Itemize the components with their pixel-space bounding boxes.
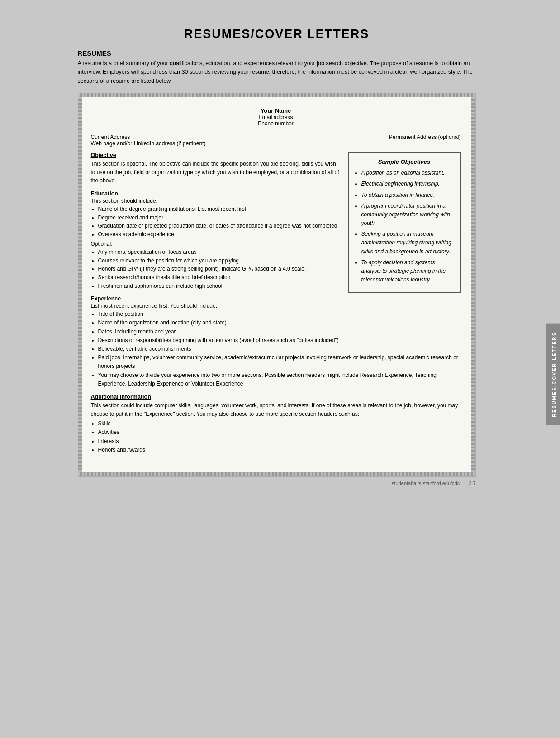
list-item: To apply decision and systems analysis t… — [361, 258, 454, 285]
experience-list: Title of the position Name of the organi… — [91, 310, 461, 388]
stripe-top — [78, 93, 475, 97]
permanent-address: Permanent Address (optional) — [389, 134, 461, 147]
list-item: Honors and Awards — [98, 446, 461, 454]
resume-phone: Phone number — [91, 120, 461, 127]
additional-info-title: Additional Information — [91, 394, 461, 400]
additional-info-list: Skills Activities Interests Honors and A… — [91, 419, 461, 454]
resumes-intro-text: A resume is a brief summary of your qual… — [78, 59, 476, 86]
experience-section: Experience List most recent experience f… — [91, 295, 461, 388]
address-row: Current Address Web page and/or LinkedIn… — [91, 134, 461, 147]
main-content-box: Your Name Email address Phone number Cur… — [78, 93, 476, 477]
resumes-heading: RESUMES — [78, 49, 476, 57]
page-title: RESUMES/COVER LETTERS — [78, 27, 476, 41]
resume-header: Your Name Email address Phone number — [91, 107, 461, 127]
stripe-right — [471, 97, 475, 472]
list-item: Title of the position — [98, 310, 461, 319]
objective-title: Objective — [91, 152, 340, 158]
page-footer: studentaffairs.stanford.edu/cdc 2 7 — [78, 481, 476, 486]
current-address-label: Current Address — [91, 134, 206, 140]
list-item: Electrical engineering internship. — [361, 180, 454, 188]
sample-objectives-box: Sample Objectives A position as an edito… — [348, 152, 461, 293]
list-item: Any minors, specialization or focus area… — [98, 248, 340, 257]
additional-info-section: Additional Information This section coul… — [91, 394, 461, 454]
list-item: Senior research/honors thesis title and … — [98, 273, 340, 282]
experience-title: Experience — [91, 295, 461, 302]
stripe-bottom — [78, 472, 475, 476]
stripe-left — [78, 97, 82, 472]
list-item: You may choose to divide your experience… — [98, 371, 461, 388]
resumes-intro: RESUMES A resume is a brief summary of y… — [78, 49, 476, 86]
list-item: Seeking a position in museum administrat… — [361, 230, 454, 256]
list-item: A position as an editorial assistant. — [361, 169, 454, 177]
list-item: Believable, verifiable accomplishments — [98, 345, 461, 353]
list-item: Descriptions of responsibilities beginni… — [98, 336, 461, 345]
experience-intro: List most recent experience first. You s… — [91, 303, 461, 309]
list-item: Name of the degree-granting institutions… — [98, 205, 340, 214]
sample-objectives-list: A position as an editorial assistant. El… — [355, 169, 454, 284]
resume-email: Email address — [91, 114, 461, 120]
list-item: Interests — [98, 437, 461, 446]
list-item: Overseas academic experience — [98, 230, 340, 239]
education-intro: This section should include: — [91, 198, 340, 204]
side-tab: RESUMES/COVER LETTERS — [546, 324, 560, 425]
web-linkedin: Web page and/or LinkedIn address (if per… — [91, 140, 206, 147]
list-item: Name of the organization and location (c… — [98, 319, 461, 327]
list-item: Graduation date or projected graduation … — [98, 222, 340, 230]
list-item: Paid jobs, internships, volunteer commun… — [98, 353, 461, 371]
list-item: Activities — [98, 428, 461, 437]
resume-name: Your Name — [91, 107, 461, 114]
additional-info-text: This section could include computer skil… — [91, 401, 461, 418]
footer-page: 2 7 — [469, 481, 475, 486]
objective-section: Objective This section is optional. The … — [91, 152, 340, 185]
education-section: Education This section should include: N… — [91, 190, 340, 290]
education-optional-list: Any minors, specialization or focus area… — [91, 248, 340, 290]
list-item: Honors and GPA (if they are a strong sel… — [98, 265, 340, 273]
side-tab-label: RESUMES/COVER LETTERS — [552, 332, 557, 417]
education-required-list: Name of the degree-granting institutions… — [91, 205, 340, 238]
education-title: Education — [91, 190, 340, 197]
list-item: Skills — [98, 419, 461, 428]
sample-objectives-title: Sample Objectives — [355, 158, 454, 165]
list-item: Courses relevant to the position for whi… — [98, 257, 340, 265]
list-item: Dates, including month and year — [98, 328, 461, 336]
objective-text: This section is optional. The objective … — [91, 160, 340, 185]
list-item: A program coordinator position in a comm… — [361, 202, 454, 228]
optional-label: Optional: — [91, 241, 340, 247]
list-item: Freshmen and sophomores can include high… — [98, 282, 340, 290]
list-item: Degree received and major — [98, 214, 340, 222]
address-left: Current Address Web page and/or LinkedIn… — [91, 134, 206, 147]
footer-url: studentaffairs.stanford.edu/cdc — [392, 481, 460, 486]
list-item: To obtain a position in finance. — [361, 191, 454, 200]
